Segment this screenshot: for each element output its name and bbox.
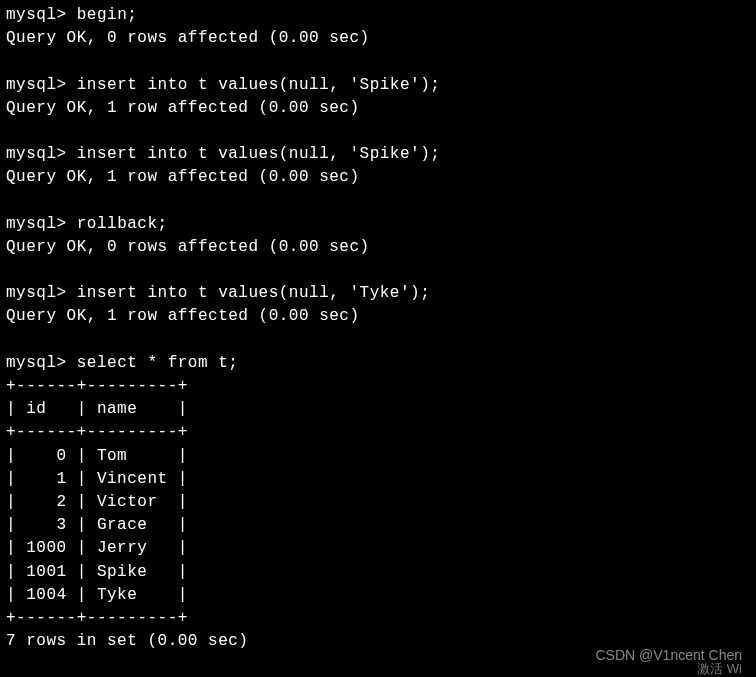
table-row: | 0 | Tom |	[6, 445, 750, 468]
blank-line	[6, 190, 750, 213]
command-line: mysql> insert into t values(null, 'Tyke'…	[6, 282, 750, 305]
blank-line	[6, 329, 750, 352]
command-line: mysql> insert into t values(null, 'Spike…	[6, 143, 750, 166]
prompt: mysql>	[6, 215, 77, 233]
response-line: Query OK, 1 row affected (0.00 sec)	[6, 305, 750, 328]
table-border: +------+---------+	[6, 607, 750, 630]
blank-line	[6, 259, 750, 282]
command-text: insert into t values(null, 'Tyke');	[77, 284, 431, 302]
response-line: Query OK, 0 rows affected (0.00 sec)	[6, 236, 750, 259]
table-row: | 1001 | Spike |	[6, 561, 750, 584]
blank-line	[6, 120, 750, 143]
table-row: | 1000 | Jerry |	[6, 537, 750, 560]
watermark-sub: 激活 Wi	[697, 660, 742, 677]
table-border: +------+---------+	[6, 375, 750, 398]
table-header: | id | name |	[6, 398, 750, 421]
response-line: Query OK, 0 rows affected (0.00 sec)	[6, 27, 750, 50]
table-row: | 1004 | Tyke |	[6, 584, 750, 607]
command-text: rollback;	[77, 215, 168, 233]
terminal-output: mysql> begin; Query OK, 0 rows affected …	[6, 4, 750, 653]
command-text: insert into t values(null, 'Spike');	[77, 76, 441, 94]
prompt: mysql>	[6, 145, 77, 163]
command-text: select * from t;	[77, 354, 239, 372]
response-line: Query OK, 1 row affected (0.00 sec)	[6, 166, 750, 189]
command-text: begin;	[77, 6, 138, 24]
command-line: mysql> select * from t;	[6, 352, 750, 375]
command-text: insert into t values(null, 'Spike');	[77, 145, 441, 163]
prompt: mysql>	[6, 76, 77, 94]
blank-line	[6, 50, 750, 73]
command-line: mysql> begin;	[6, 4, 750, 27]
table-row: | 2 | Victor |	[6, 491, 750, 514]
prompt: mysql>	[6, 6, 77, 24]
table-row: | 3 | Grace |	[6, 514, 750, 537]
table-border: +------+---------+	[6, 421, 750, 444]
prompt: mysql>	[6, 354, 77, 372]
prompt: mysql>	[6, 284, 77, 302]
command-line: mysql> insert into t values(null, 'Spike…	[6, 74, 750, 97]
command-line: mysql> rollback;	[6, 213, 750, 236]
table-row: | 1 | Vincent |	[6, 468, 750, 491]
response-line: Query OK, 1 row affected (0.00 sec)	[6, 97, 750, 120]
